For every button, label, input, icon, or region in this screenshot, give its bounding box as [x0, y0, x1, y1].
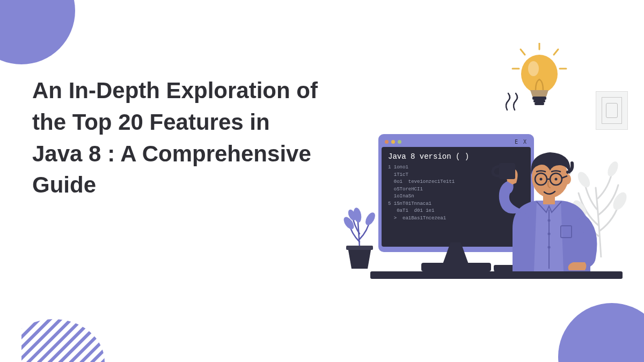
page-title: An In-Depth Exploration of the Top 20 Fe…	[32, 75, 322, 201]
svg-rect-2	[21, 303, 113, 362]
svg-line-8	[521, 49, 525, 55]
svg-point-30	[564, 174, 571, 184]
potted-plant-icon	[338, 196, 381, 271]
svg-point-36	[555, 178, 558, 181]
svg-point-6	[605, 160, 620, 178]
svg-point-24	[548, 233, 551, 235]
illustration-scene: E X Java 8 version ( ) 1 1ono1 1T1cT 0o1…	[333, 38, 633, 327]
svg-point-5	[610, 190, 629, 212]
svg-rect-27	[499, 163, 515, 179]
svg-line-9	[554, 49, 558, 55]
svg-point-35	[540, 178, 543, 181]
svg-point-19	[363, 211, 377, 227]
svg-point-25	[548, 246, 551, 249]
svg-point-12	[521, 55, 558, 93]
svg-rect-21	[346, 246, 373, 250]
decorative-blob-top-left	[0, 0, 75, 64]
svg-rect-14	[532, 97, 546, 100]
svg-point-13	[528, 61, 539, 76]
window-control-dots	[385, 140, 401, 144]
person-illustration	[483, 121, 606, 271]
steam-icon	[502, 91, 523, 113]
svg-rect-15	[533, 100, 545, 102]
svg-rect-16	[535, 102, 544, 105]
diagonal-stripes-decoration	[21, 303, 113, 362]
svg-point-23	[548, 219, 551, 222]
